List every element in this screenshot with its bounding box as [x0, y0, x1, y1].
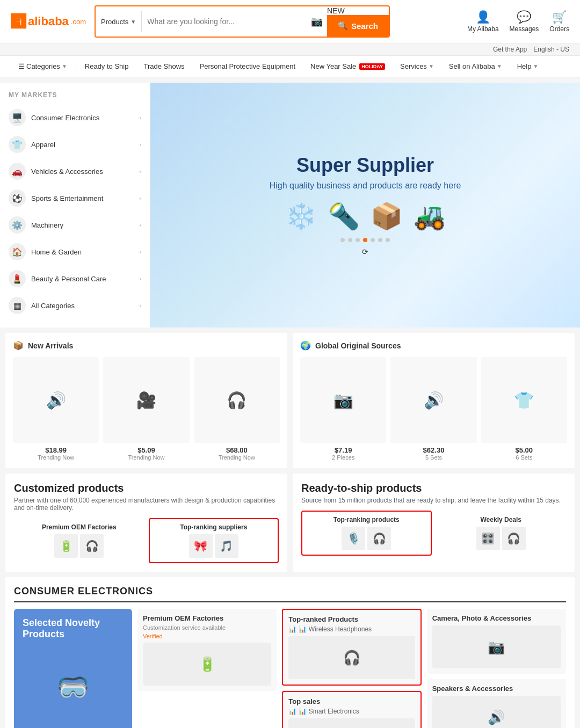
top-ranking-product-img-1: 🎙️ [342, 527, 365, 550]
new-arrival-2[interactable]: 🎥 $5.09 Trending Now [103, 357, 189, 461]
weekly-deals-imgs: 🎛️ 🎧 [476, 527, 526, 550]
top-ranking-supplier-img-1: 🎀 [189, 534, 213, 558]
weekly-deals-label: Weekly Deals [481, 516, 522, 523]
sidebar-item-consumer-electronics[interactable]: 🖥️ Consumer Electronics › [0, 104, 150, 131]
ready-to-ship-section: Ready-to-ship products Source from 15 mi… [293, 474, 575, 572]
nav-new-year-sale[interactable]: New Year Sale HOLIDAY [303, 56, 393, 77]
top-ranking-product-img-2: 🎧 [367, 527, 391, 550]
chevron-right-icon: › [139, 141, 141, 148]
sidebar-item-sports-label: Sports & Entertainment [31, 194, 134, 202]
hero-dot-5[interactable] [371, 238, 375, 242]
ce-top-ranked-title: Top-ranked Products [288, 615, 415, 623]
ce-wireless-headphones-sub: 📊 📊 Wireless Headphones [288, 625, 415, 633]
orders-link[interactable]: 🛒 Orders [549, 10, 569, 33]
orders-icon: 🛒 [552, 10, 567, 24]
top-ranking-suppliers-item[interactable]: Top-ranking suppliers 🎀 🎵 [149, 518, 279, 563]
nav-ppe[interactable]: Personal Protective Equipment [192, 56, 303, 77]
ce-headphones-img: 🎧 [288, 636, 415, 679]
ce-premium-oem-title: Premium OEM Factories [143, 614, 271, 622]
hero-dot-1[interactable] [340, 238, 345, 242]
global-sources-header: 🌍 Global Original Sources [300, 340, 567, 351]
sidebar-item-all-categories-label: All Categories [31, 302, 134, 310]
nav-trade-shows[interactable]: Trade Shows [136, 56, 192, 77]
global-source-3-label: 6 Sets [516, 454, 532, 461]
sidebar-item-apparel[interactable]: 👕 Apparel › [0, 131, 150, 158]
my-alibaba-link[interactable]: 👤 My Alibaba [467, 10, 499, 33]
customized-desc: Partner with one of 60,000 experienced m… [14, 497, 279, 512]
chevron-right-icon: › [139, 249, 141, 255]
camera-icon[interactable]: 📷 [307, 16, 327, 27]
sidebar-item-machinery-label: Machinery [31, 221, 134, 229]
hero-dot-6[interactable] [378, 238, 382, 242]
chart-icon: 📊 [288, 625, 296, 633]
sidebar-item-vehicles[interactable]: 🚗 Vehicles & Accessories › [0, 158, 150, 185]
consumer-electronics-icon: 🖥️ [9, 109, 26, 126]
loading-spinner: ⟳ [362, 247, 368, 256]
hero-dot-4[interactable] [363, 238, 367, 242]
product-sections-row: 📦 New Arrivals 🔊 $18.99 Trending Now 🎥 $… [0, 333, 580, 468]
hero-banner: Super Supplier High quality business and… [150, 83, 580, 327]
main-content: MY MARKETS 🖥️ Consumer Electronics › 👕 A… [0, 83, 580, 728]
navbar: ☰ Categories ▼ Ready to Ship Trade Shows… [0, 56, 580, 77]
top-ranking-products-label: Top-ranking products [334, 516, 400, 523]
nav-categories[interactable]: ☰ Categories ▼ [11, 56, 75, 77]
global-source-2-price: $62.30 [423, 446, 445, 454]
search-button-label: Search [351, 21, 378, 31]
weekly-deals-img-1: 🎛️ [476, 527, 500, 550]
global-source-3[interactable]: 👕 $5.00 6 Sets [481, 357, 567, 461]
get-app-link[interactable]: Get the App [493, 46, 527, 53]
nav-ready-to-ship[interactable]: Ready to Ship [77, 56, 136, 77]
sidebar-item-home-garden[interactable]: 🏠 Home & Garden › [0, 238, 150, 265]
ce-speakers-card[interactable]: Speakers & Accessories 🔊 [427, 679, 566, 728]
hero-dot-7[interactable] [386, 238, 390, 242]
sidebar-item-all-categories[interactable]: ▦ All Categories › [0, 292, 150, 319]
ce-premium-oem-card[interactable]: Premium OEM Factories Customization serv… [137, 609, 277, 691]
chevron-down-icon: ▼ [62, 63, 67, 69]
chevron-down-icon: ▼ [429, 63, 434, 69]
premium-oem-label: Premium OEM Factories [42, 523, 117, 531]
holiday-badge: HOLIDAY [359, 63, 385, 70]
global-source-3-img: 👕 [481, 357, 567, 443]
weekly-deals-item[interactable]: Weekly Deals 🎛️ 🎧 [436, 511, 567, 556]
logo[interactable]: 🅰 alibaba.com [11, 13, 86, 31]
ce-top-sales-card[interactable]: Top sales 📊 📊 Smart Electronics ⌚ [282, 691, 421, 728]
new-arrival-1-label: Trending Now [38, 454, 74, 461]
new-arrival-1[interactable]: 🔊 $18.99 Trending Now [13, 357, 99, 461]
user-icon: 👤 [476, 10, 490, 24]
ce-column-1: Premium OEM Factories Customization serv… [137, 609, 277, 728]
hero-product-3: 📦 [371, 201, 403, 231]
hero-dot-3[interactable] [356, 238, 360, 242]
hero-dot-2[interactable] [348, 238, 352, 242]
ce-column-3: Camera, Photo & Accessories 📷 Speakers &… [427, 609, 566, 728]
ce-top-ranked-products-card[interactable]: Top-ranked Products 📊 📊 Wireless Headpho… [282, 609, 421, 686]
subbar: Get the App English - US [0, 43, 580, 56]
nav-help[interactable]: Help ▼ [510, 56, 546, 77]
new-arrival-3[interactable]: 🎧 $68.00 Trending Now [194, 357, 280, 461]
ce-speakers-img: 🔊 [432, 696, 561, 728]
sidebar-item-home-garden-label: Home & Garden [31, 248, 134, 256]
chevron-right-icon: › [139, 302, 141, 309]
global-source-2[interactable]: 🔊 $62.30 5 Sets [390, 357, 476, 461]
new-badge: NEW [327, 6, 345, 15]
chevron-right-icon: › [139, 168, 141, 174]
hero-products: ❄️ 🔦 📦 🚜 [285, 201, 446, 231]
sidebar-item-machinery[interactable]: ⚙️ Machinery › [0, 212, 150, 238]
nav-services[interactable]: Services ▼ [393, 56, 441, 77]
language-select[interactable]: English - US [533, 46, 569, 53]
premium-oem-imgs: 🔋 🎧 [54, 534, 104, 558]
menu-icon: ☰ [18, 62, 25, 70]
sidebar-item-beauty-label: Beauty & Personal Care [31, 275, 134, 283]
premium-oem-item[interactable]: Premium OEM Factories 🔋 🎧 [14, 518, 144, 563]
nav-sell-on-alibaba[interactable]: Sell on Alibaba ▼ [441, 56, 510, 77]
product-select[interactable]: Products ▼ [96, 11, 142, 32]
messages-link[interactable]: 💬 Messages [510, 10, 539, 33]
sidebar-item-sports[interactable]: ⚽ Sports & Entertainment › [0, 185, 150, 212]
sidebar-item-beauty[interactable]: 💄 Beauty & Personal Care › [0, 265, 150, 292]
consumer-electronics-section: CONSUMER ELECTRONICS Selected Novelty Pr… [5, 577, 575, 728]
top-ranking-products-item[interactable]: Top-ranking products 🎙️ 🎧 [301, 511, 432, 556]
new-arrival-2-label: Trending Now [128, 454, 164, 461]
ce-camera-card[interactable]: Camera, Photo & Accessories 📷 [427, 609, 566, 674]
search-input[interactable] [142, 13, 307, 30]
global-source-1[interactable]: 📷 $7.19 2 Pieces [300, 357, 386, 461]
search-button[interactable]: 🔍 Search [327, 15, 389, 37]
